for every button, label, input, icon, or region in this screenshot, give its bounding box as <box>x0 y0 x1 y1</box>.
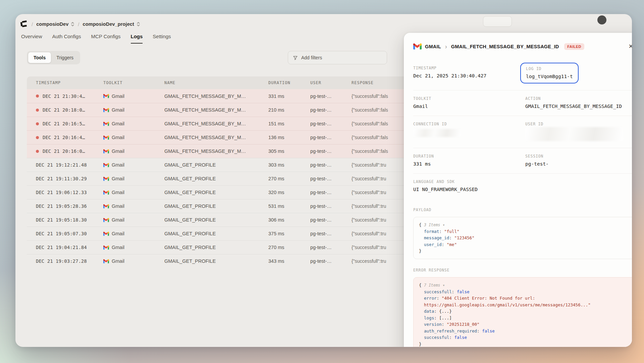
field-timestamp: TIMESTAMP Dec 21, 2025 21:30:40.427 <box>413 66 525 83</box>
cell-timestamp: DEC 21 19:05:18.30 <box>36 217 103 223</box>
org-selector[interactable]: composioDev <box>36 21 74 27</box>
cell-duration: 331 ms <box>268 94 310 99</box>
json-line: { 3 Items ▾ <box>419 222 630 228</box>
failed-status-dot-icon <box>36 150 39 153</box>
cell-duration: 306 ms <box>268 217 310 223</box>
avatar[interactable] <box>597 15 606 24</box>
cell-duration: 136 ms <box>268 135 310 140</box>
field-value: log_tVqomBgg11-t <box>526 74 573 79</box>
cell-duration: 270 ms <box>268 176 310 181</box>
field-user-id: USER ID <box>525 122 632 141</box>
gmail-icon <box>103 204 109 208</box>
tab-mcp-configs[interactable]: MCP Configs <box>91 34 120 44</box>
cell-name: GMAIL_GET_PROFILE <box>164 217 268 223</box>
json-line: https://gmail.googleapis.com/gmail/v1/us… <box>419 302 630 308</box>
json-line: logs: [...] <box>419 315 630 321</box>
cell-toolkit: Gmail <box>103 245 164 250</box>
cell-name: GMAIL_FETCH_MESSAGE_BY_M… <box>164 148 268 154</box>
cell-toolkit: Gmail <box>103 135 164 140</box>
chevron-updown-icon <box>71 21 74 27</box>
field-label: USER ID <box>525 122 632 126</box>
gmail-icon <box>413 43 422 50</box>
cell-toolkit: Gmail <box>103 176 164 181</box>
error-response-section-label: ERROR RESPONSE <box>413 268 632 273</box>
field-row-timestamp-logid: TIMESTAMP Dec 21, 2025 21:30:40.427 LOG … <box>413 60 632 90</box>
field-value: GMAIL_FETCH_MESSAGE_BY_MESSAGE_ID <box>525 104 632 109</box>
json-line: } <box>419 248 630 254</box>
json-line: message_id: "123456" <box>419 235 630 241</box>
payload-json-viewer[interactable]: { 3 Items ▾ format: "full" message_id: "… <box>413 217 632 259</box>
cell-duration: 375 ms <box>268 231 310 236</box>
cell-name: GMAIL_GET_PROFILE <box>164 176 268 181</box>
cell-toolkit: Gmail <box>103 162 164 168</box>
cell-duration: 305 ms <box>268 148 310 154</box>
cell-name: GMAIL_GET_PROFILE <box>164 190 268 195</box>
cell-toolkit: Gmail <box>103 148 164 154</box>
field-action: ACTION GMAIL_FETCH_MESSAGE_BY_MESSAGE_ID <box>525 96 632 109</box>
cell-timestamp: DEC 21 20:18:0… <box>36 107 103 113</box>
gmail-icon <box>103 259 109 263</box>
log-detail-header: GMAIL › GMAIL_FETCH_MESSAGE_BY_MESSAGE_I… <box>404 33 632 57</box>
app-window: / composioDev / composioDev_project Over… <box>15 14 632 347</box>
panel-toolkit-name: GMAIL <box>425 44 441 49</box>
log-detail-body: TIMESTAMP Dec 21, 2025 21:30:40.427 LOG … <box>404 57 632 347</box>
col-header-name: NAME <box>164 80 268 85</box>
cell-user: pg-test-… <box>310 245 352 250</box>
cell-toolkit: Gmail <box>103 231 164 236</box>
log-id-focus-ring[interactable]: LOG ID log_tVqomBgg11-t <box>520 63 579 83</box>
failed-status-dot-icon <box>36 95 39 98</box>
add-filters-button[interactable]: Add filters <box>288 51 387 64</box>
cell-toolkit: Gmail <box>103 258 164 264</box>
panel-action-name: GMAIL_FETCH_MESSAGE_BY_MESSAGE_ID <box>451 44 559 49</box>
cell-user: pg-test-… <box>310 258 352 264</box>
chevron-updown-icon <box>137 21 140 27</box>
json-line: } <box>419 341 630 347</box>
field-value: pg-test- <box>525 161 632 167</box>
toggle-triggers[interactable]: Triggers <box>51 52 79 63</box>
cell-name: GMAIL_FETCH_MESSAGE_BY_M… <box>164 135 268 140</box>
field-connection-id: CONNECTION ID <box>413 122 525 141</box>
col-header-toolkit: TOOLKIT <box>103 80 164 85</box>
project-name: composioDev_project <box>83 21 134 27</box>
error-response-json-viewer[interactable]: { 7 Items ▾ successfull: false error: "4… <box>413 277 632 347</box>
cell-timestamp: DEC 21 19:04:21.84 <box>36 245 103 250</box>
cell-timestamp: DEC 21 20:16:0… <box>36 148 103 154</box>
breadcrumb-separator: / <box>32 21 33 27</box>
field-duration: DURATION 331 ms <box>413 154 525 167</box>
field-session: SESSION pg-test- <box>525 154 632 167</box>
col-header-duration: DURATION <box>268 80 310 85</box>
gmail-icon <box>103 232 109 236</box>
cell-duration: 303 ms <box>268 162 310 168</box>
json-line: auth_refresh_required: false <box>419 328 630 335</box>
tab-auth-configs[interactable]: Auth Configs <box>52 34 81 44</box>
redacted-user-id <box>525 127 623 141</box>
cell-timestamp: DEC 21 19:03:27.28 <box>36 258 103 264</box>
desktop-background: { "breadcrumb": { "separator": "/", "org… <box>0 0 644 363</box>
close-icon[interactable]: ✕ <box>627 42 632 51</box>
cell-name: GMAIL_GET_PROFILE <box>164 231 268 236</box>
cell-timestamp: DEC 21 19:05:07.30 <box>36 231 103 236</box>
field-row-toolkit-action: TOOLKIT Gmail ACTION GMAIL_FETCH_MESSAGE… <box>413 90 632 116</box>
json-line: version: "20251218_00" <box>419 321 630 328</box>
gmail-icon <box>103 149 109 154</box>
gmail-icon <box>103 94 109 98</box>
tab-overview[interactable]: Overview <box>21 34 42 44</box>
cell-user: pg-test-… <box>310 176 352 181</box>
breadcrumb: / composioDev / composioDev_project <box>15 14 632 29</box>
field-label: CONNECTION ID <box>413 122 525 126</box>
cell-duration: 210 ms <box>268 107 310 113</box>
toggle-tools[interactable]: Tools <box>28 52 51 63</box>
cell-name: GMAIL_GET_PROFILE <box>164 162 268 168</box>
field-label: LANGUAGE AND SDK <box>413 179 525 184</box>
cell-name: GMAIL_GET_PROFILE <box>164 245 268 250</box>
project-selector[interactable]: composioDev_project <box>83 21 140 27</box>
tab-logs[interactable]: Logs <box>131 34 143 44</box>
cell-user: pg-test-… <box>310 203 352 209</box>
field-label: DURATION <box>413 154 525 159</box>
gmail-icon <box>103 122 109 126</box>
json-line: format: "full" <box>419 228 630 235</box>
tab-settings[interactable]: Settings <box>153 34 171 44</box>
field-label: TIMESTAMP <box>413 66 525 70</box>
field-label: SESSION <box>525 154 632 159</box>
field-row-duration-session: DURATION 331 ms SESSION pg-test- <box>413 148 632 174</box>
